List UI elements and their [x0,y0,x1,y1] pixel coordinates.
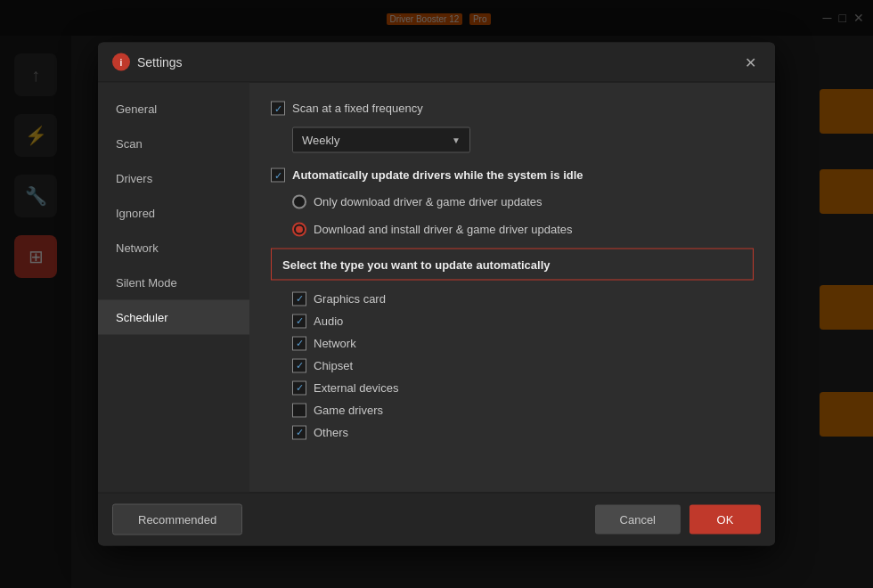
check-item-game: Game drivers [292,402,754,417]
checkbox-game[interactable] [292,403,306,417]
check-item-external: External devices [292,380,754,395]
recommended-button[interactable]: Recommended [112,504,242,535]
checkbox-others[interactable] [292,425,306,439]
label-game[interactable]: Game drivers [314,403,383,416]
dialog-app-icon: i [112,53,130,71]
nav-item-scheduler[interactable]: Scheduler [98,300,249,335]
auto-update-strong-label: Automatically update drivers while the s… [292,168,583,182]
radio-download-only[interactable] [292,195,306,209]
dialog-title: Settings [137,55,732,69]
radio-download-install[interactable] [292,222,306,236]
check-item-graphics: Graphics card [292,290,754,306]
label-network[interactable]: Network [314,336,356,349]
auto-update-label[interactable]: Automatically update drivers while the s… [292,167,583,184]
ok-button[interactable]: OK [689,505,761,535]
check-item-others: Others [292,424,754,439]
frequency-dropdown[interactable]: Weekly ▼ [292,127,470,153]
frequency-dropdown-value: Weekly [302,134,339,147]
dialog-body: General Scan Drivers Ignored Network Sil… [98,83,775,493]
checkbox-external[interactable] [292,380,306,395]
label-graphics[interactable]: Graphics card [314,291,386,305]
nav-item-silent-mode[interactable]: Silent Mode [98,265,249,300]
scan-frequency-label[interactable]: Scan at a fixed frequency [292,101,423,117]
dropdown-arrow-icon: ▼ [452,135,461,145]
section-type-label: Select the type you want to update autom… [271,248,754,280]
settings-dialog: i Settings ✕ General Scan Drivers Ignore… [98,43,775,546]
label-others[interactable]: Others [314,425,348,438]
radio-download-install-row: Download and install driver & game drive… [292,221,754,237]
dialog-close-button[interactable]: ✕ [739,52,761,73]
radio-options-group: Only download driver & game driver updat… [292,194,754,237]
checkbox-chipset[interactable] [292,358,306,372]
nav-item-scan[interactable]: Scan [98,127,249,161]
auto-update-checkbox[interactable] [271,168,285,183]
checkbox-audio[interactable] [292,314,306,328]
section-type-text: Select the type you want to update autom… [282,257,551,271]
check-item-audio: Audio [292,313,754,328]
cancel-button[interactable]: Cancel [595,505,681,535]
settings-content: Scan at a fixed frequency Weekly ▼ Autom… [249,83,775,493]
nav-item-network[interactable]: Network [98,231,249,265]
scan-frequency-checkbox[interactable] [271,102,285,116]
auto-update-row: Automatically update drivers while the s… [271,167,754,184]
nav-item-general[interactable]: General [98,92,249,127]
dialog-footer: Recommended Cancel OK [98,493,775,546]
check-item-chipset: Chipset [292,357,754,372]
radio-download-only-row: Only download driver & game driver updat… [292,194,754,210]
nav-item-drivers[interactable]: Drivers [98,161,249,196]
label-external[interactable]: External devices [314,380,398,394]
label-audio[interactable]: Audio [314,314,343,327]
driver-type-checklist: Graphics card Audio Network Chipset Exte… [292,290,754,439]
check-item-network: Network [292,335,754,350]
settings-nav: General Scan Drivers Ignored Network Sil… [98,83,249,493]
footer-right-buttons: Cancel OK [595,505,761,535]
scan-frequency-row: Scan at a fixed frequency [271,101,754,117]
dialog-titlebar: i Settings ✕ [98,43,775,83]
radio-download-only-label[interactable]: Only download driver & game driver updat… [314,194,543,210]
frequency-dropdown-row: Weekly ▼ [292,127,754,153]
radio-download-install-label[interactable]: Download and install driver & game drive… [314,221,573,237]
checkbox-graphics[interactable] [292,291,306,306]
nav-item-ignored[interactable]: Ignored [98,196,249,231]
checkbox-network[interactable] [292,336,306,350]
label-chipset[interactable]: Chipset [314,358,353,372]
